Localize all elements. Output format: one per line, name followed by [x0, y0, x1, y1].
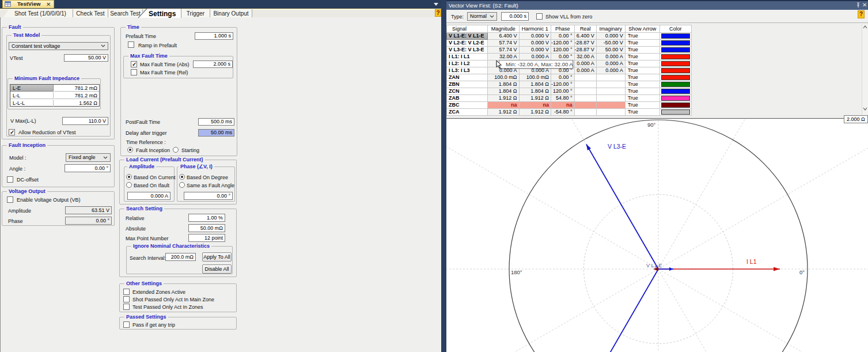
- svg-text:V L3-E: V L3-E: [608, 143, 626, 150]
- svg-text:0°: 0°: [799, 269, 805, 275]
- svg-text:I L1: I L1: [746, 258, 757, 265]
- svg-text:V L1-E: V L1-E: [646, 263, 662, 268]
- svg-text:90°: 90°: [647, 122, 656, 128]
- svg-text:180°: 180°: [511, 269, 522, 275]
